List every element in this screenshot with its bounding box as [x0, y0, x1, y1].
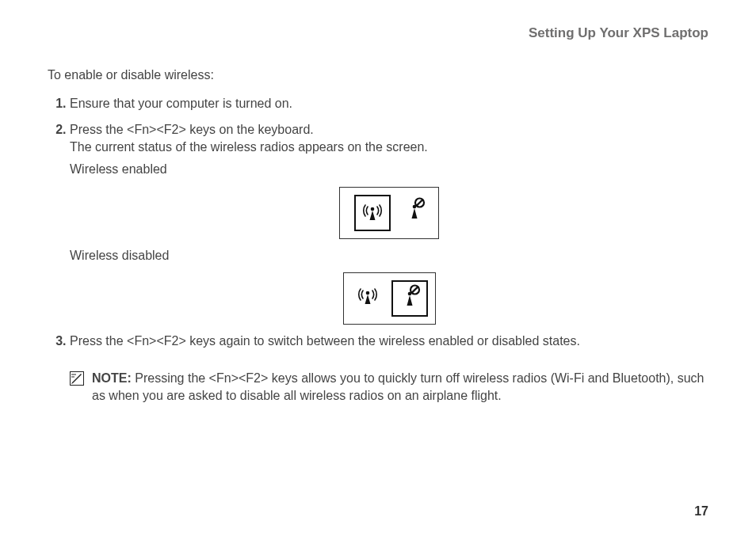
wireless-disabled-diagram: [343, 272, 436, 325]
note-block: NOTE: Pressing the <Fn><F2> keys allows …: [70, 370, 708, 405]
note-icon: [70, 374, 84, 388]
wireless-enabled-label: Wireless enabled: [70, 161, 708, 178]
page-number: 17: [694, 503, 708, 520]
step-2: Press the <Fn><F2> keys on the keyboard.…: [70, 121, 708, 325]
svg-line-7: [411, 287, 418, 293]
svg-line-3: [417, 200, 423, 206]
step-2-line-2: The current status of the wireless radio…: [70, 140, 428, 154]
lead-paragraph: To enable or disable wireless:: [48, 67, 708, 84]
step-2-line-1: Press the <Fn><F2> keys on the keyboard.: [70, 123, 314, 136]
antenna-on-icon: [360, 198, 385, 228]
wireless-enabled-diagram: [339, 187, 439, 239]
running-header: Setting Up Your XPS Laptop: [48, 24, 708, 43]
antenna-on-icon: [355, 282, 380, 312]
note-body: Pressing the <Fn><F2> keys allows you to…: [92, 371, 704, 402]
step-1: Ensure that your computer is turned on.: [70, 95, 708, 112]
step-3: Press the <Fn><F2> keys again to switch …: [70, 333, 708, 350]
note-label: NOTE:: [92, 371, 132, 385]
antenna-off-icon: [397, 283, 422, 314]
antenna-off-icon: [402, 196, 427, 226]
svg-point-0: [371, 207, 375, 211]
wireless-disabled-label: Wireless disabled: [70, 247, 708, 264]
svg-point-4: [365, 291, 369, 295]
note-text: NOTE: Pressing the <Fn><F2> keys allows …: [92, 370, 708, 405]
